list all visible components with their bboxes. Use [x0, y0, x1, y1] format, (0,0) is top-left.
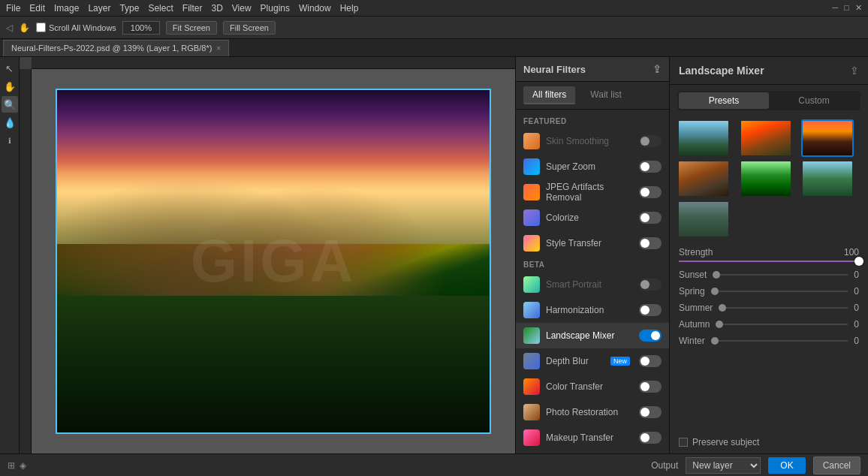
- eyedropper-tool-icon[interactable]: 💧: [2, 114, 18, 131]
- filter-photo-restoration[interactable]: Photo Restoration: [516, 399, 669, 425]
- filter-landscape-mixer[interactable]: Landscape Mixer: [516, 323, 669, 348]
- preserve-subject-checkbox[interactable]: [679, 438, 688, 447]
- filter-makeup-name: Makeup Transfer: [546, 432, 633, 443]
- hand-tool-icon[interactable]: ✋: [2, 78, 18, 95]
- menu-bar: File Edit Image Layer Type Select Filter…: [0, 0, 868, 17]
- canvas-content[interactable]: GIGA: [32, 69, 515, 453]
- spring-thumb[interactable]: [711, 288, 719, 295]
- restore-icon[interactable]: □: [844, 3, 849, 13]
- filter-portrait-toggle[interactable]: [639, 279, 662, 291]
- preset-4[interactable]: [677, 160, 730, 197]
- filter-super-zoom[interactable]: Super Zoom: [516, 154, 669, 179]
- output-select[interactable]: New layer Current layer: [686, 457, 761, 474]
- filter-jpeg-toggle[interactable]: [639, 186, 662, 198]
- landscape-reset-icon[interactable]: ⇪: [850, 65, 859, 77]
- tab-bar: Neural-Filters-Ps-2022.psd @ 139% (Layer…: [0, 39, 868, 57]
- menu-select[interactable]: Select: [148, 3, 173, 14]
- minimize-icon[interactable]: ─: [833, 3, 839, 13]
- filter-landscape-toggle[interactable]: [639, 330, 662, 342]
- preset-2[interactable]: [740, 119, 792, 157]
- filter-color-transfer[interactable]: Color Transfer: [516, 374, 669, 399]
- menu-edit[interactable]: Edit: [29, 3, 45, 14]
- composite-icon[interactable]: ◈: [20, 460, 26, 471]
- menu-help[interactable]: Help: [340, 3, 359, 14]
- filter-transfer-toggle[interactable]: [639, 381, 662, 393]
- summer-value: 0: [854, 303, 859, 313]
- sunset-thumb[interactable]: [713, 271, 720, 279]
- filter-smart-portrait[interactable]: Smart Portrait: [516, 272, 669, 297]
- neural-panel-collapse-icon[interactable]: ⇪: [653, 63, 662, 75]
- strength-thumb[interactable]: [854, 257, 863, 266]
- summer-track[interactable]: [719, 307, 848, 309]
- autumn-thumb[interactable]: [716, 321, 723, 328]
- move-tool-icon[interactable]: ↖: [2, 60, 18, 77]
- menu-plugins[interactable]: Plugins: [261, 3, 290, 14]
- tab-wait-list[interactable]: Wait list: [581, 86, 631, 104]
- menu-type[interactable]: Type: [119, 3, 139, 14]
- filter-skin-smoothing[interactable]: Skin Smoothing: [516, 128, 669, 154]
- winter-thumb[interactable]: [711, 337, 719, 345]
- filter-zoom-name: Super Zoom: [546, 161, 633, 172]
- filter-skin-toggle[interactable]: [639, 135, 662, 147]
- menu-layer[interactable]: Layer: [88, 3, 110, 14]
- preset-7[interactable]: [677, 200, 730, 238]
- fill-screen-button[interactable]: Fill Screen: [223, 21, 276, 35]
- left-toolbar: ↖ ✋ 🔍 💧 ℹ: [0, 57, 20, 453]
- winter-value: 0: [854, 336, 859, 346]
- preset-5[interactable]: [740, 160, 792, 197]
- document-tab[interactable]: Neural-Filters-Ps-2022.psd @ 139% (Layer…: [3, 40, 229, 56]
- tab-all-filters[interactable]: All filters: [523, 86, 575, 104]
- filter-makeup-transfer[interactable]: Makeup Transfer: [516, 425, 669, 450]
- filter-style-name: Style Transfer: [546, 238, 633, 249]
- menu-view[interactable]: View: [232, 3, 252, 14]
- tab-close-button[interactable]: ×: [216, 44, 221, 53]
- filter-harmony-toggle[interactable]: [639, 304, 662, 316]
- preset-1[interactable]: [677, 119, 730, 157]
- filter-colorize[interactable]: Colorize: [516, 205, 669, 230]
- close-icon[interactable]: ✕: [855, 3, 862, 13]
- summer-thumb[interactable]: [719, 304, 726, 312]
- filter-depth-toggle[interactable]: [639, 355, 662, 367]
- strength-slider-row: Strength 100: [679, 247, 859, 262]
- filter-style-transfer[interactable]: Style Transfer: [516, 230, 669, 256]
- filter-photo-toggle[interactable]: [639, 406, 662, 418]
- landscape-title: Landscape Mixer: [679, 65, 764, 77]
- scroll-all-windows-checkbox[interactable]: [36, 23, 46, 32]
- menu-filter[interactable]: Filter: [182, 3, 203, 14]
- cancel-button[interactable]: Cancel: [813, 456, 860, 474]
- filter-colorize-toggle[interactable]: [639, 212, 662, 224]
- fit-screen-button[interactable]: Fit Screen: [166, 21, 217, 35]
- menu-3d[interactable]: 3D: [211, 3, 222, 14]
- spring-track[interactable]: [711, 291, 848, 292]
- menu-image[interactable]: Image: [54, 3, 79, 14]
- filter-jpeg-artifacts[interactable]: JPEG Artifacts Removal: [516, 179, 669, 205]
- sunset-track[interactable]: [713, 274, 848, 276]
- info-icon[interactable]: ℹ: [2, 132, 18, 149]
- preset-3[interactable]: [801, 119, 854, 157]
- ruler-vertical: [20, 69, 32, 453]
- tab-custom[interactable]: Custom: [769, 92, 859, 109]
- filter-zoom-toggle[interactable]: [639, 161, 662, 173]
- layers-icon[interactable]: ⊞: [8, 460, 15, 471]
- hand-icon[interactable]: ✋: [19, 23, 30, 33]
- filter-harmonization[interactable]: Harmonization: [516, 297, 669, 323]
- filter-photo-icon: [523, 404, 540, 420]
- filter-makeup-toggle[interactable]: [639, 432, 662, 444]
- presets-custom-tabs: Presets Custom: [677, 91, 860, 110]
- filter-harmony-icon: [523, 302, 540, 318]
- strength-track[interactable]: [679, 261, 859, 262]
- tab-presets[interactable]: Presets: [679, 92, 769, 109]
- zoom-input[interactable]: [122, 21, 160, 35]
- filter-depth-blur[interactable]: Depth Blur New: [516, 348, 669, 374]
- filter-harmony-name: Harmonization: [546, 305, 633, 315]
- menu-file[interactable]: File: [6, 3, 20, 14]
- ok-button[interactable]: OK: [768, 457, 805, 474]
- autumn-track[interactable]: [716, 324, 848, 325]
- menu-window[interactable]: Window: [299, 3, 331, 14]
- sunset-label: Sunset: [679, 270, 707, 280]
- back-icon[interactable]: ◁: [6, 23, 13, 33]
- zoom-tool-icon[interactable]: 🔍: [2, 96, 18, 113]
- winter-track[interactable]: [711, 340, 848, 342]
- preset-6[interactable]: [801, 160, 854, 197]
- filter-style-toggle[interactable]: [639, 237, 662, 249]
